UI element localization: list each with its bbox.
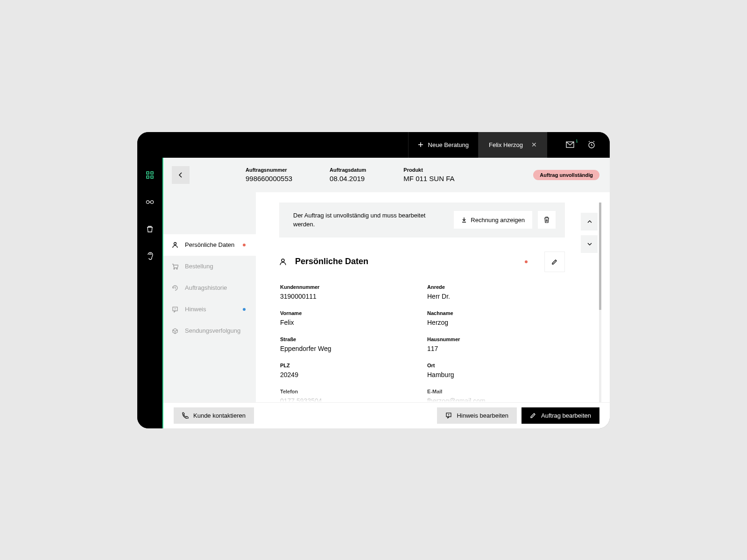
nav-personal-data[interactable]: Persönliche Daten [163, 234, 256, 256]
app-window: Neue Beratung Felix Herzog ✕ 1 [137, 132, 610, 428]
status-dot-icon [525, 260, 528, 263]
personal-data-grid: Kundennummer 3190000111 Anrede Herr Dr. … [279, 284, 565, 402]
meta-order-number: Auftragsnummer 998660000553 [246, 167, 292, 182]
content-area: Auftragsnummer 998660000553 Auftragsdatu… [162, 158, 610, 428]
edit-order-label: Auftrag bearbeiten [541, 412, 591, 419]
app-body: Auftragsnummer 998660000553 Auftragsdatu… [137, 158, 610, 428]
new-consultation-button[interactable]: Neue Beratung [408, 132, 479, 158]
alert-text: Der Auftrag ist unvollständig und muss b… [293, 211, 443, 229]
nav-rail [137, 158, 162, 428]
person-icon [279, 258, 287, 266]
alarm-button[interactable] [587, 140, 596, 149]
scroll-up-button[interactable] [581, 213, 598, 231]
order-date-label: Auftragsdatum [330, 167, 366, 173]
nav-order[interactable]: Bestellung [163, 256, 256, 277]
status-dot-icon [243, 244, 246, 246]
edit-icon [530, 412, 536, 419]
field-lastname: Nachname Herzog [427, 310, 565, 326]
order-number-label: Auftragsnummer [246, 167, 292, 173]
contact-customer-label: Kunde kontaktieren [193, 412, 246, 419]
scroll-down-button[interactable] [581, 235, 598, 253]
main-row: Persönliche Daten Bestellung Auftragshis… [163, 192, 610, 402]
section-title: Persönliche Daten [295, 257, 368, 266]
svg-point-6 [146, 200, 149, 203]
footer-bar: Kunde kontaktieren Hinweis bearbeiten Au… [163, 402, 610, 428]
ear-icon[interactable] [146, 252, 154, 260]
svg-point-10 [176, 268, 177, 269]
customer-tab[interactable]: Felix Herzog ✕ [479, 132, 547, 158]
edit-section-button[interactable] [544, 252, 565, 272]
field-customer-number: Kundennummer 3190000111 [280, 284, 418, 300]
nav-label: Bestellung [185, 263, 213, 270]
close-icon[interactable]: ✕ [531, 141, 537, 148]
section-nav: Persönliche Daten Bestellung Auftragshis… [163, 192, 256, 402]
alert-actions: Rechnung anzeigen [454, 211, 556, 229]
order-number-value: 998660000553 [246, 175, 292, 182]
phone-icon [182, 412, 189, 419]
field-city: Ort Hamburg [427, 363, 565, 378]
section-header: Persönliche Daten [279, 252, 565, 272]
field-email: E-Mail fherzog@gmail.com [427, 389, 565, 402]
back-button[interactable] [172, 166, 190, 184]
meta-product: Produkt MF 011 SUN FA [403, 167, 454, 182]
field-phone: Telefon 0177 5933504 [280, 389, 418, 402]
nav-note[interactable]: Hinweis [163, 299, 256, 320]
topbar: Neue Beratung Felix Herzog ✕ 1 [137, 132, 610, 158]
contact-customer-button[interactable]: Kunde kontaktieren [174, 407, 254, 424]
meta-order-date: Auftragsdatum 08.04.2019 [330, 167, 366, 182]
edit-note-label: Hinweis bearbeiten [457, 412, 508, 419]
show-invoice-button[interactable]: Rechnung anzeigen [454, 211, 532, 229]
nav-label: Sendungsverfolgung [185, 327, 240, 334]
field-street: Straße Eppendorfer Weg [280, 336, 418, 352]
order-date-value: 08.04.2019 [330, 175, 366, 182]
glasses-icon[interactable] [146, 198, 154, 206]
product-value: MF 011 SUN FA [403, 175, 454, 182]
mail-badge: 1 [576, 139, 578, 143]
svg-point-7 [150, 200, 153, 203]
svg-rect-2 [147, 172, 149, 174]
customer-tab-label: Felix Herzog [489, 141, 523, 148]
detail-pane: Der Auftrag ist unvollständig und muss b… [256, 192, 610, 402]
plus-icon [418, 142, 423, 147]
field-zip: PLZ 20249 [280, 363, 418, 378]
topbar-icons: 1 [547, 132, 610, 158]
scroll-controls [581, 213, 598, 253]
note-icon [445, 412, 452, 419]
svg-rect-5 [151, 176, 153, 178]
field-firstname: Vorname Felix [280, 310, 418, 326]
scrollbar[interactable] [599, 203, 601, 402]
nav-label: Persönliche Daten [185, 241, 234, 248]
status-badge: Auftrag unvollständig [533, 170, 599, 180]
svg-point-8 [174, 242, 176, 245]
nav-label: Hinweis [185, 306, 206, 313]
status-dot-icon [243, 308, 246, 311]
field-housenumber: Hausnummer 117 [427, 336, 565, 352]
dashboard-icon[interactable] [146, 171, 154, 179]
edit-order-button[interactable]: Auftrag bearbeiten [521, 407, 599, 424]
svg-rect-3 [151, 172, 153, 174]
new-consultation-label: Neue Beratung [428, 141, 469, 148]
download-icon [461, 217, 467, 223]
svg-point-9 [174, 268, 175, 269]
edit-note-button[interactable]: Hinweis bearbeiten [437, 407, 517, 424]
nav-label: Auftragshistorie [185, 284, 227, 291]
delete-button[interactable] [538, 211, 556, 229]
alert-box: Der Auftrag ist unvollständig und muss b… [279, 203, 565, 238]
mail-button[interactable]: 1 [566, 141, 574, 148]
field-salutation: Anrede Herr Dr. [427, 284, 565, 300]
equipment-icon[interactable] [146, 225, 154, 233]
scrollbar-thumb[interactable] [599, 203, 601, 310]
product-label: Produkt [403, 167, 454, 173]
svg-point-12 [282, 259, 284, 262]
nav-tracking[interactable]: Sendungsverfolgung [163, 320, 256, 342]
order-meta-bar: Auftragsnummer 998660000553 Auftragsdatu… [163, 158, 610, 192]
nav-history[interactable]: Auftragshistorie [163, 277, 256, 299]
svg-rect-4 [147, 176, 149, 178]
show-invoice-label: Rechnung anzeigen [471, 217, 525, 224]
